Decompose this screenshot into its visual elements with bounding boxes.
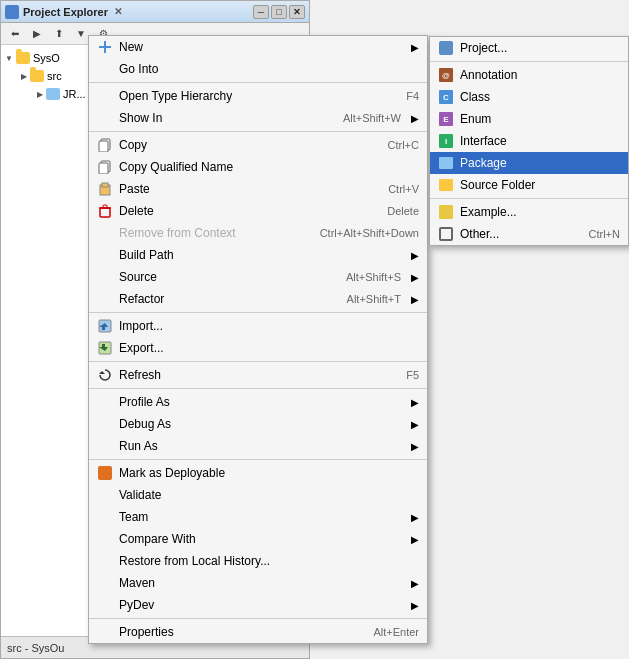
menu-item-go-into[interactable]: Go Into bbox=[89, 58, 427, 80]
import-icon bbox=[97, 318, 113, 334]
copy-shortcut: Ctrl+C bbox=[388, 139, 419, 151]
submenu-item-class[interactable]: C Class bbox=[430, 86, 628, 108]
copy-qualified-icon bbox=[97, 159, 113, 175]
menu-item-maven[interactable]: Maven ▶ bbox=[89, 572, 427, 594]
menu-item-copy-qualified[interactable]: Copy Qualified Name bbox=[89, 156, 427, 178]
menu-item-profile-as[interactable]: Profile As ▶ bbox=[89, 391, 427, 413]
submenu-new: Project... @ Annotation C Class E Enum bbox=[429, 36, 629, 246]
project-icon bbox=[438, 40, 454, 56]
src-folder-icon bbox=[30, 70, 44, 82]
tree-src-label: src bbox=[47, 70, 62, 82]
delete-icon bbox=[97, 203, 113, 219]
titlebar: Project Explorer ✕ ─ □ ✕ bbox=[1, 1, 309, 23]
menu-item-open-type[interactable]: Open Type Hierarchy F4 bbox=[89, 85, 427, 107]
tab-close[interactable]: ✕ bbox=[114, 6, 122, 17]
menu-item-export[interactable]: Export... bbox=[89, 337, 427, 359]
menu-item-validate[interactable]: Validate bbox=[89, 484, 427, 506]
menu-item-show-in[interactable]: Show In Alt+Shift+W ▶ bbox=[89, 107, 427, 129]
toolbar-back-btn[interactable]: ⬅ bbox=[5, 25, 25, 43]
restore-history-icon bbox=[97, 553, 113, 569]
minimize-button[interactable]: ─ bbox=[253, 5, 269, 19]
sep1 bbox=[89, 82, 427, 83]
menu-item-refactor[interactable]: Refactor Alt+Shift+T ▶ bbox=[89, 288, 427, 310]
toolbar-up-btn[interactable]: ⬆ bbox=[49, 25, 69, 43]
tree-root-label: SysO bbox=[33, 52, 60, 64]
menu-label-refresh: Refresh bbox=[119, 368, 400, 382]
submenu-item-example[interactable]: Example... bbox=[430, 201, 628, 223]
expand-icon: ▼ bbox=[5, 54, 13, 63]
refresh-shortcut: F5 bbox=[406, 369, 419, 381]
source-shortcut: Alt+Shift+S bbox=[346, 271, 401, 283]
open-type-icon bbox=[97, 88, 113, 104]
menu-item-run-as[interactable]: Run As ▶ bbox=[89, 435, 427, 457]
menu-item-delete[interactable]: Delete Delete bbox=[89, 200, 427, 222]
menu-label-go-into: Go Into bbox=[119, 62, 419, 76]
menu-item-refresh[interactable]: Refresh F5 bbox=[89, 364, 427, 386]
sourcefolder-icon bbox=[438, 177, 454, 193]
remove-context-shortcut: Ctrl+Alt+Shift+Down bbox=[320, 227, 419, 239]
sep4 bbox=[89, 361, 427, 362]
menu-label-remove-context: Remove from Context bbox=[119, 226, 314, 240]
class-icon: C bbox=[438, 89, 454, 105]
menu-label-mark-deployable: Mark as Deployable bbox=[119, 466, 419, 480]
menu-label-open-type: Open Type Hierarchy bbox=[119, 89, 400, 103]
other-icon bbox=[438, 226, 454, 242]
properties-icon bbox=[97, 624, 113, 640]
menu-item-build-path[interactable]: Build Path ▶ bbox=[89, 244, 427, 266]
submenu-label-source-folder: Source Folder bbox=[460, 178, 535, 192]
menu-label-restore-history: Restore from Local History... bbox=[119, 554, 419, 568]
svg-rect-10 bbox=[103, 205, 107, 208]
submenu-sep2 bbox=[430, 198, 628, 199]
menu-label-maven: Maven bbox=[119, 576, 401, 590]
menu-label-validate: Validate bbox=[119, 488, 419, 502]
validate-icon bbox=[97, 487, 113, 503]
refresh-icon bbox=[97, 367, 113, 383]
compare-with-arrow-icon: ▶ bbox=[411, 534, 419, 545]
menu-item-source[interactable]: Source Alt+Shift+S ▶ bbox=[89, 266, 427, 288]
run-as-icon bbox=[97, 438, 113, 454]
new-icon bbox=[97, 39, 113, 55]
run-as-arrow-icon: ▶ bbox=[411, 441, 419, 452]
remove-context-icon bbox=[97, 225, 113, 241]
submenu-item-enum[interactable]: E Enum bbox=[430, 108, 628, 130]
package-icon bbox=[438, 155, 454, 171]
sep2 bbox=[89, 131, 427, 132]
submenu-label-other: Other... bbox=[460, 227, 583, 241]
menu-item-mark-deployable[interactable]: Mark as Deployable bbox=[89, 462, 427, 484]
annotation-icon: @ bbox=[438, 67, 454, 83]
menu-label-delete: Delete bbox=[119, 204, 381, 218]
debug-as-icon bbox=[97, 416, 113, 432]
menu-label-debug-as: Debug As bbox=[119, 417, 401, 431]
maximize-button[interactable]: □ bbox=[271, 5, 287, 19]
submenu-item-annotation[interactable]: @ Annotation bbox=[430, 64, 628, 86]
submenu-item-project[interactable]: Project... bbox=[430, 37, 628, 59]
menu-item-restore-history[interactable]: Restore from Local History... bbox=[89, 550, 427, 572]
menu-item-properties[interactable]: Properties Alt+Enter bbox=[89, 621, 427, 643]
menu-item-debug-as[interactable]: Debug As ▶ bbox=[89, 413, 427, 435]
menu-item-copy[interactable]: Copy Ctrl+C bbox=[89, 134, 427, 156]
debug-as-arrow-icon: ▶ bbox=[411, 419, 419, 430]
menu-item-import[interactable]: Import... bbox=[89, 315, 427, 337]
menu-item-new[interactable]: New ▶ Project... @ Annotation C bbox=[89, 36, 427, 58]
submenu-item-package[interactable]: Package bbox=[430, 152, 628, 174]
submenu-item-other[interactable]: Other... Ctrl+N bbox=[430, 223, 628, 245]
paste-shortcut: Ctrl+V bbox=[388, 183, 419, 195]
compare-with-icon bbox=[97, 531, 113, 547]
menu-item-team[interactable]: Team ▶ bbox=[89, 506, 427, 528]
menu-item-paste[interactable]: Paste Ctrl+V bbox=[89, 178, 427, 200]
svg-rect-7 bbox=[102, 183, 108, 187]
menu-label-build-path: Build Path bbox=[119, 248, 401, 262]
toolbar-forward-btn[interactable]: ▶ bbox=[27, 25, 47, 43]
menu-label-import: Import... bbox=[119, 319, 419, 333]
maven-arrow-icon: ▶ bbox=[411, 578, 419, 589]
refactor-shortcut: Alt+Shift+T bbox=[347, 293, 401, 305]
profile-as-arrow-icon: ▶ bbox=[411, 397, 419, 408]
menu-item-pydev[interactable]: PyDev ▶ bbox=[89, 594, 427, 616]
profile-as-icon bbox=[97, 394, 113, 410]
close-button[interactable]: ✕ bbox=[289, 5, 305, 19]
folder-icon bbox=[16, 52, 30, 64]
menu-item-compare-with[interactable]: Compare With ▶ bbox=[89, 528, 427, 550]
source-icon bbox=[97, 269, 113, 285]
submenu-item-source-folder[interactable]: Source Folder bbox=[430, 174, 628, 196]
submenu-item-interface[interactable]: I Interface bbox=[430, 130, 628, 152]
